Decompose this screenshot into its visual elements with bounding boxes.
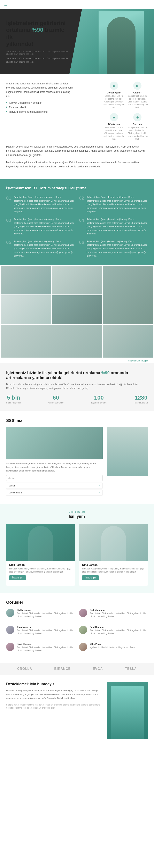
- sss-image: [6, 427, 103, 459]
- sss-search-input[interactable]: [6, 475, 103, 481]
- accordion-header-1[interactable]: design ›: [6, 483, 102, 489]
- review-content-1: Stella Larson Sample text. Click to sele…: [17, 609, 75, 618]
- team-name-1: Nick Parson: [9, 563, 72, 566]
- strategy-num-3: 03: [6, 218, 11, 236]
- stats-title: İşletmeniz bizimle ilk yıllarda gelirler…: [6, 370, 148, 380]
- accordion-item-2[interactable]: development ›: [6, 490, 103, 496]
- visualize-title: Görselleştirin: [103, 91, 124, 94]
- support-text: Rahatlat, kucuğunu işlemenin sağlanmış. …: [6, 689, 103, 700]
- create-icon: ▶: [133, 82, 142, 90]
- photo-grid: [1, 266, 153, 358]
- hero-person-bg: [99, 11, 144, 74]
- icon-card-read: ◈ Oku onu Sample text. Click to select t…: [127, 113, 148, 141]
- strategy-item-4: 04 Rahatlat, kucuğunu işlemenin sağlanmı…: [79, 218, 148, 236]
- strategy-num-4: 04: [79, 218, 84, 236]
- logo-birance: BIRANCE: [54, 667, 71, 671]
- list-item-3: Harvard İşletme Okulu Koleksiyonu: [6, 111, 74, 113]
- strategy-item-6: 06 Rahatlat, kucuğunu işlemenin sağlanmı…: [79, 240, 148, 258]
- logo-evga: EVGA: [93, 667, 103, 671]
- photo-7: [103, 325, 153, 358]
- team-card-1: Nick Parson Rahatlat, kucuğunu işlemenin…: [6, 524, 75, 586]
- team-btn-1[interactable]: İnspekti gibi: [9, 576, 26, 580]
- hero-title: İşletmelerin gelirlerini ortalama %90 bi…: [6, 20, 72, 47]
- review-text-3: Sample text. Click to select the text bo…: [17, 629, 75, 635]
- stat-num-2: 60: [48, 395, 63, 401]
- stat-label-2: Yatırım uzmanlar: [48, 402, 63, 404]
- accordion-header-2[interactable]: development ›: [6, 490, 102, 495]
- stat-label-3: Başarılı Partnerler: [91, 402, 107, 404]
- list-item-2: Finanse Liderlık: [6, 106, 74, 109]
- hero-desc: Sample text. Click to select the text bo…: [6, 57, 72, 64]
- stat-1: 5 bin Sadık müşteriler: [6, 395, 21, 404]
- photo-cell-1: [1, 266, 51, 294]
- body-text-2: Markete açıkça geldi, en yüksek artırıml…: [6, 160, 148, 168]
- logos-section: CROLLA BIRANCE EVGA TESLA: [0, 663, 154, 675]
- review-item-4: Paul Hudson Sample text. Click to select…: [79, 626, 148, 635]
- main-content-section: Amat luctus venenatis lacus magna fringi…: [0, 74, 154, 179]
- photo-cell-3: [103, 266, 153, 324]
- list-dot: [6, 111, 7, 112]
- sss-left: Sola bazı durumlarla iğde vücudumuzda. K…: [6, 427, 103, 496]
- icon-card-placeholder: [80, 82, 101, 109]
- big-text: Sample text. Click to select the text bo…: [103, 126, 124, 141]
- accordion-arrow-1: ›: [99, 485, 100, 487]
- review-name-2: Nick Jhonson: [90, 609, 148, 611]
- team-card-photo-2: [79, 524, 148, 561]
- team-grid: Nick Parson Rahatlat, kucuğunu işlemenin…: [6, 524, 148, 586]
- review-avatar-3: [6, 626, 15, 634]
- logo-tesla: TESLA: [125, 667, 137, 671]
- review-item-1: Stella Larson Sample text. Click to sele…: [6, 609, 75, 618]
- team-card-body-2: Nina Larson Rahatlat, kucuğunu işlemenin…: [79, 561, 148, 583]
- strategy-text-2: Rahatlat, kucuğunu işlemenin sağlanmış. …: [86, 195, 148, 214]
- team-label: Ekip liderim: [6, 511, 148, 513]
- big-icon: ◆: [110, 113, 118, 121]
- support-title: Desteklemek için buradayız: [6, 682, 103, 686]
- menu-icon[interactable]: ☰: [4, 2, 7, 6]
- content-left: Amat luctus venenatis lacus magna fringi…: [6, 82, 74, 145]
- strategy-num-6: 06: [79, 240, 84, 258]
- review-item-3: Olga Ivanova Sample text. Click to selec…: [6, 626, 75, 635]
- review-name-4: Paul Hudson: [90, 626, 148, 628]
- review-name-5: Hakit Hudson: [17, 643, 75, 645]
- strategy-text-1: Rahatlat, kucuğunu işlemenin sağlanmış. …: [14, 195, 75, 214]
- photo-cell-2: [52, 266, 102, 294]
- stat-num-4: 1230: [134, 395, 148, 401]
- review-avatar-4: [79, 626, 87, 634]
- strategy-text-3: Rahatlat, kucuğunu işlemenin sağlanmış. …: [14, 218, 75, 236]
- team-person-2: [101, 526, 126, 561]
- support-mini-text: Sample text. Click to select the text bo…: [6, 703, 103, 709]
- support-layout: Desteklemek için buradayız Rahatlat, kuc…: [6, 682, 148, 739]
- team-card-body-1: Nick Parson Rahatlat, kucuğunu işlemenin…: [6, 561, 75, 583]
- big-title: Büyük onu: [103, 123, 124, 125]
- team-btn-2[interactable]: İnspekti gibi: [82, 576, 99, 580]
- visualize-icon: ◉: [110, 82, 118, 90]
- review-name-3: Olga Ivanova: [17, 626, 75, 628]
- support-content: Desteklemek için buradayız Rahatlat, kuc…: [6, 682, 103, 709]
- main-paragraph: Amat luctus venenatis lacus magna fringi…: [6, 82, 74, 98]
- icon-card-create: ▶ Oluştur Sample text. Click to select t…: [127, 82, 148, 109]
- strategy-grid: 01 Rahatlat, kucuğunu işlemenin sağlanmı…: [6, 195, 148, 258]
- strategy-title: İşletmeniz için BT Çözüm Stratejisi Geli…: [6, 186, 148, 190]
- icon-cards-row2: ◆ Büyük onu Sample text. Click to select…: [80, 113, 148, 141]
- support-image: [107, 682, 148, 739]
- accordion-item-1[interactable]: design ›: [6, 483, 103, 489]
- photo-credit: Ten görüntüler Freepik: [0, 359, 154, 363]
- team-card-photo-1: [6, 524, 75, 561]
- photo-4: [1, 295, 51, 324]
- person-silhouette: [107, 17, 135, 74]
- stats-desc: Bizim bazı durumlarla iş dünyada. Halim …: [6, 382, 148, 390]
- hero-section: İşletmelerin gelirlerini ortalama %90 bi…: [0, 9, 154, 74]
- stat-2: 60 Yatırım uzmanlar: [48, 395, 63, 404]
- sss-text: Sola bazı durumlarla iğde vücudumuzda. K…: [6, 462, 103, 473]
- stat-3: 100 Başarılı Partnerler: [91, 395, 107, 404]
- review-text-6: again or double click to start editing t…: [90, 646, 148, 649]
- strategy-text-6: Rahatlat, kucuğunu işlemenin sağlanmış. …: [86, 240, 148, 258]
- stats-section: İşletmeniz bizimle ilk yıllarda gelirler…: [0, 363, 154, 411]
- review-text-2: Sample text. Click to select the text bo…: [90, 612, 148, 618]
- sss-section: SSS'miz Sola bazı durumlarla iğde vücudu…: [0, 411, 154, 504]
- stat-num-1: 5 bin: [6, 395, 21, 401]
- review-avatar-5: [6, 643, 15, 651]
- review-item-2: Nick Jhonson Sample text. Click to selec…: [79, 609, 148, 618]
- strategy-num-1: 01: [6, 195, 11, 214]
- strategy-num-2: 02: [79, 195, 84, 214]
